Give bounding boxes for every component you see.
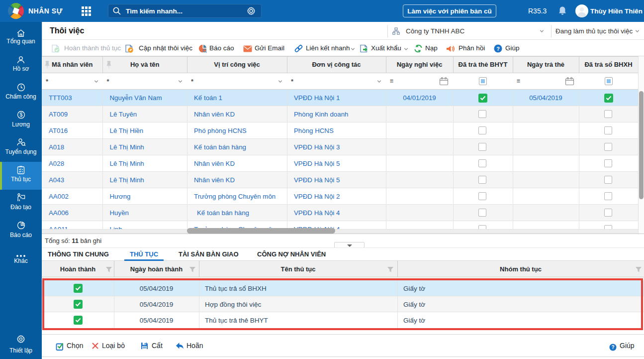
svg-text:?: ? <box>496 46 500 52</box>
svg-text:?: ? <box>611 345 614 350</box>
svg-text:$: $ <box>19 112 22 118</box>
